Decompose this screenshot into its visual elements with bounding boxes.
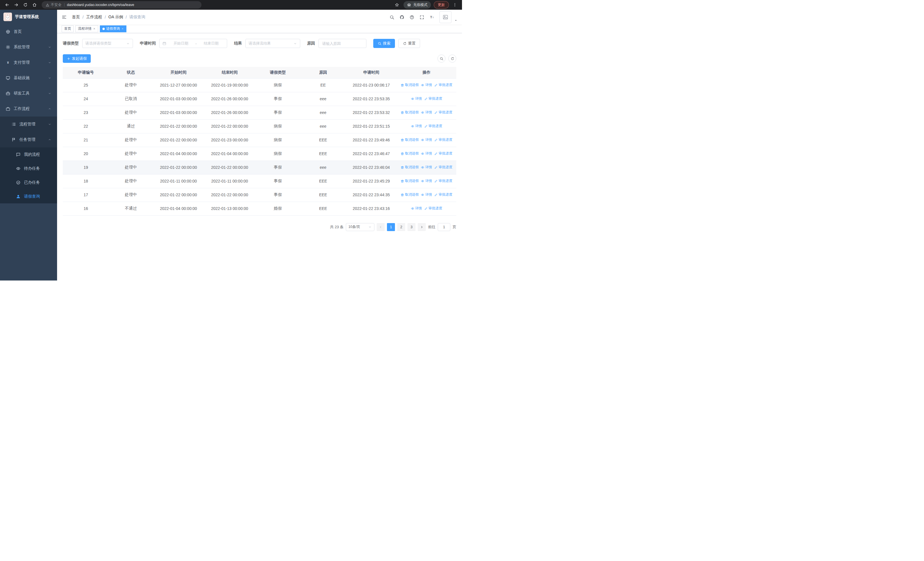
tab-close-button[interactable] — [121, 27, 124, 30]
sidebar-item-home[interactable]: 首页 — [0, 24, 57, 39]
cancel-action[interactable]: 取消请假 — [400, 179, 418, 183]
progress-action[interactable]: 审批进度 — [424, 124, 442, 129]
detail-action[interactable]: 详情 — [421, 179, 432, 183]
github-link[interactable] — [399, 15, 404, 20]
column-header: 申请编号 — [63, 67, 109, 78]
sidebar-item-my-process[interactable]: 我的流程 — [0, 147, 57, 161]
user-avatar[interactable] — [440, 11, 452, 23]
cell-apply-id: 17 — [63, 188, 109, 202]
cancel-action[interactable]: 取消请假 — [400, 110, 418, 115]
leave-type-select[interactable]: 请选择请假类型 — [82, 39, 133, 48]
app-logo[interactable]: 芋道管理系统 — [0, 10, 57, 24]
browser-menu-button[interactable] — [451, 1, 459, 9]
sidebar-item-done-tasks[interactable]: 已办任务 — [0, 175, 57, 190]
help-button[interactable] — [410, 15, 414, 20]
detail-action[interactable]: 详情 — [421, 137, 432, 142]
bookmark-star-button[interactable] — [393, 1, 401, 9]
toggle-search-button[interactable] — [438, 54, 446, 63]
reset-button[interactable]: 重置 — [398, 39, 420, 48]
table-row: 20处理中2022-01-04 00:00:002022-01-04 00:00… — [63, 147, 456, 161]
sidebar-item-leave-query[interactable]: 请假查询 — [0, 190, 57, 203]
breadcrumb-item[interactable]: OA 示例 — [108, 15, 123, 20]
browser-back-button[interactable] — [3, 1, 11, 9]
refresh-table-button[interactable] — [448, 54, 456, 63]
search-button[interactable]: 搜索 — [373, 39, 395, 48]
cancel-action[interactable]: 取消请假 — [400, 151, 418, 156]
flag-icon — [11, 137, 16, 142]
star-icon — [394, 3, 399, 7]
page-button-1[interactable]: 1 — [387, 223, 395, 231]
progress-action[interactable]: 审批进度 — [434, 165, 452, 170]
cell-leave-type: 病假 — [255, 133, 300, 147]
fullscreen-button[interactable] — [420, 15, 424, 20]
tab-process-detail[interactable]: 流程详情 — [75, 26, 98, 32]
page-size-select[interactable]: 10条/页 — [346, 223, 374, 231]
goto-page-input[interactable] — [438, 223, 450, 231]
font-size-button[interactable]: TT — [429, 15, 434, 20]
column-header: 请假类型 — [255, 67, 300, 78]
browser-home-button[interactable] — [30, 1, 39, 9]
progress-action[interactable]: 审批进度 — [434, 83, 452, 87]
progress-action[interactable]: 审批进度 — [434, 179, 452, 183]
cell-apply-id: 24 — [63, 92, 109, 106]
browser-update-chip[interactable]: 更新 — [434, 1, 449, 9]
prev-page-button[interactable] — [376, 223, 385, 231]
progress-action[interactable]: 审批进度 — [434, 151, 452, 156]
sidebar-item-workflow[interactable]: 工作流程 — [0, 101, 57, 117]
sidebar-item-task-mgmt[interactable]: 任务管理 — [0, 132, 57, 147]
cancel-action[interactable]: 取消请假 — [400, 137, 418, 142]
create-leave-button[interactable]: 发起请假 — [63, 54, 91, 63]
sidebar-item-todo-tasks[interactable]: 待办任务 — [0, 161, 57, 175]
progress-action[interactable]: 审批进度 — [424, 96, 442, 101]
tab-leave-query[interactable]: 请假查询 — [100, 26, 126, 32]
progress-action[interactable]: 审批进度 — [424, 206, 442, 211]
user-menu-caret-icon[interactable] — [454, 19, 458, 22]
progress-action[interactable]: 审批进度 — [434, 137, 452, 142]
result-select[interactable]: 请选择流结果 — [245, 39, 300, 48]
cancel-action[interactable]: 取消请假 — [400, 165, 418, 170]
sidebar-item-dev-tools[interactable]: 研发工具 — [0, 86, 57, 101]
cell-status: 处理中 — [109, 188, 153, 202]
browser-forward-button[interactable] — [12, 1, 21, 9]
table-header-row: 申请编号状态开始时间结束时间请假类型原因申请时间操作 — [63, 67, 456, 78]
cell-status: 已取消 — [109, 92, 153, 106]
cancel-action[interactable]: 取消请假 — [400, 83, 418, 87]
detail-action[interactable]: 详情 — [421, 165, 432, 170]
action-label: 取消请假 — [405, 137, 418, 142]
cancel-action[interactable]: 取消请假 — [400, 192, 418, 197]
header-search-button[interactable] — [390, 15, 394, 20]
tab-close-button[interactable] — [93, 27, 96, 30]
detail-action[interactable]: 详情 — [421, 192, 432, 197]
next-page-button[interactable] — [418, 223, 426, 231]
action-label: 审批进度 — [439, 192, 452, 197]
detail-action[interactable]: 详情 — [411, 124, 422, 129]
detail-action[interactable]: 详情 — [421, 151, 432, 156]
page-button-3[interactable]: 3 — [408, 223, 416, 231]
cell-end-time: 2022-01-22 00:00:00 — [204, 188, 255, 202]
cell-end-time: 2022-01-22 00:00:00 — [204, 119, 255, 133]
sidebar-item-payment-mgmt[interactable]: ¥支付管理 — [0, 55, 57, 70]
detail-action[interactable]: 详情 — [411, 206, 422, 211]
chevron-down-icon — [48, 76, 51, 80]
address-bar[interactable]: 不安全 dashboard.yudao.iocoder.cn/bpm/oa/le… — [42, 1, 201, 9]
security-warning[interactable]: 不安全 — [46, 3, 62, 8]
progress-action[interactable]: 审批进度 — [434, 110, 452, 115]
progress-action[interactable]: 审批进度 — [434, 192, 452, 197]
sidebar-item-process-mgmt[interactable]: 流程管理 — [0, 117, 57, 132]
briefcase-icon — [6, 107, 10, 111]
reason-input[interactable] — [318, 39, 366, 48]
detail-action[interactable]: 详情 — [421, 83, 432, 87]
cell-status: 不通过 — [109, 202, 153, 215]
sidebar-item-infrastructure[interactable]: 基础设施 — [0, 70, 57, 86]
page-button-2[interactable]: 2 — [397, 223, 405, 231]
breadcrumb-item[interactable]: 工作流程 — [86, 15, 102, 20]
detail-action[interactable]: 详情 — [421, 110, 432, 115]
browser-refresh-button[interactable] — [21, 1, 30, 9]
sidebar-toggle-button[interactable] — [62, 15, 67, 20]
detail-action[interactable]: 详情 — [411, 96, 422, 101]
breadcrumb-item[interactable]: 首页 — [72, 15, 80, 20]
tab-home[interactable]: 首页 — [62, 26, 74, 32]
cell-leave-type: 病假 — [255, 78, 300, 92]
sidebar-item-system-mgmt[interactable]: 系统管理 — [0, 39, 57, 55]
apply-time-range-picker[interactable]: 开始日期 - 结束日期 — [159, 39, 227, 48]
